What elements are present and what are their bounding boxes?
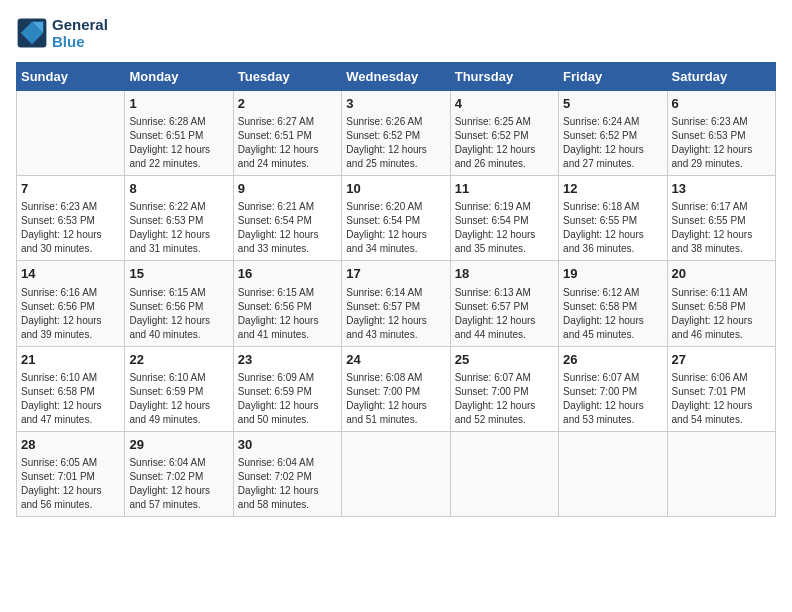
day-number: 1 [129,95,228,113]
calendar-cell: 2Sunrise: 6:27 AM Sunset: 6:51 PM Daylig… [233,91,341,176]
calendar-cell: 30Sunrise: 6:04 AM Sunset: 7:02 PM Dayli… [233,431,341,516]
header-sunday: Sunday [17,63,125,91]
header-saturday: Saturday [667,63,775,91]
calendar-cell [450,431,558,516]
day-info: Sunrise: 6:14 AM Sunset: 6:57 PM Dayligh… [346,286,445,342]
day-info: Sunrise: 6:08 AM Sunset: 7:00 PM Dayligh… [346,371,445,427]
calendar-cell: 15Sunrise: 6:15 AM Sunset: 6:56 PM Dayli… [125,261,233,346]
day-info: Sunrise: 6:23 AM Sunset: 6:53 PM Dayligh… [21,200,120,256]
week-row-5: 28Sunrise: 6:05 AM Sunset: 7:01 PM Dayli… [17,431,776,516]
logo-text: General Blue [52,16,108,50]
calendar-cell: 19Sunrise: 6:12 AM Sunset: 6:58 PM Dayli… [559,261,667,346]
day-info: Sunrise: 6:20 AM Sunset: 6:54 PM Dayligh… [346,200,445,256]
day-number: 19 [563,265,662,283]
day-number: 5 [563,95,662,113]
calendar-cell [667,431,775,516]
calendar-cell: 6Sunrise: 6:23 AM Sunset: 6:53 PM Daylig… [667,91,775,176]
header-monday: Monday [125,63,233,91]
week-row-4: 21Sunrise: 6:10 AM Sunset: 6:58 PM Dayli… [17,346,776,431]
calendar-cell: 8Sunrise: 6:22 AM Sunset: 6:53 PM Daylig… [125,176,233,261]
day-info: Sunrise: 6:17 AM Sunset: 6:55 PM Dayligh… [672,200,771,256]
calendar-cell: 16Sunrise: 6:15 AM Sunset: 6:56 PM Dayli… [233,261,341,346]
day-number: 20 [672,265,771,283]
calendar-cell [17,91,125,176]
calendar-cell: 18Sunrise: 6:13 AM Sunset: 6:57 PM Dayli… [450,261,558,346]
week-row-1: 1Sunrise: 6:28 AM Sunset: 6:51 PM Daylig… [17,91,776,176]
day-number: 28 [21,436,120,454]
day-number: 18 [455,265,554,283]
day-info: Sunrise: 6:10 AM Sunset: 6:58 PM Dayligh… [21,371,120,427]
logo-icon [16,17,48,49]
day-info: Sunrise: 6:04 AM Sunset: 7:02 PM Dayligh… [238,456,337,512]
calendar-cell: 23Sunrise: 6:09 AM Sunset: 6:59 PM Dayli… [233,346,341,431]
header-wednesday: Wednesday [342,63,450,91]
calendar-cell: 1Sunrise: 6:28 AM Sunset: 6:51 PM Daylig… [125,91,233,176]
calendar-cell: 26Sunrise: 6:07 AM Sunset: 7:00 PM Dayli… [559,346,667,431]
calendar-cell: 10Sunrise: 6:20 AM Sunset: 6:54 PM Dayli… [342,176,450,261]
day-number: 29 [129,436,228,454]
day-number: 4 [455,95,554,113]
calendar-cell: 27Sunrise: 6:06 AM Sunset: 7:01 PM Dayli… [667,346,775,431]
header-thursday: Thursday [450,63,558,91]
day-info: Sunrise: 6:26 AM Sunset: 6:52 PM Dayligh… [346,115,445,171]
calendar-cell: 5Sunrise: 6:24 AM Sunset: 6:52 PM Daylig… [559,91,667,176]
logo: General Blue [16,16,108,50]
calendar-cell: 24Sunrise: 6:08 AM Sunset: 7:00 PM Dayli… [342,346,450,431]
day-info: Sunrise: 6:15 AM Sunset: 6:56 PM Dayligh… [238,286,337,342]
day-info: Sunrise: 6:16 AM Sunset: 6:56 PM Dayligh… [21,286,120,342]
calendar-cell: 28Sunrise: 6:05 AM Sunset: 7:01 PM Dayli… [17,431,125,516]
day-info: Sunrise: 6:07 AM Sunset: 7:00 PM Dayligh… [563,371,662,427]
day-number: 8 [129,180,228,198]
day-info: Sunrise: 6:07 AM Sunset: 7:00 PM Dayligh… [455,371,554,427]
day-info: Sunrise: 6:18 AM Sunset: 6:55 PM Dayligh… [563,200,662,256]
calendar-table: SundayMondayTuesdayWednesdayThursdayFrid… [16,62,776,517]
day-info: Sunrise: 6:06 AM Sunset: 7:01 PM Dayligh… [672,371,771,427]
day-info: Sunrise: 6:13 AM Sunset: 6:57 PM Dayligh… [455,286,554,342]
day-number: 10 [346,180,445,198]
calendar-cell [342,431,450,516]
calendar-cell: 9Sunrise: 6:21 AM Sunset: 6:54 PM Daylig… [233,176,341,261]
calendar-cell: 25Sunrise: 6:07 AM Sunset: 7:00 PM Dayli… [450,346,558,431]
calendar-cell: 3Sunrise: 6:26 AM Sunset: 6:52 PM Daylig… [342,91,450,176]
day-number: 30 [238,436,337,454]
calendar-cell: 20Sunrise: 6:11 AM Sunset: 6:58 PM Dayli… [667,261,775,346]
day-info: Sunrise: 6:11 AM Sunset: 6:58 PM Dayligh… [672,286,771,342]
day-number: 2 [238,95,337,113]
calendar-cell: 12Sunrise: 6:18 AM Sunset: 6:55 PM Dayli… [559,176,667,261]
calendar-header-row: SundayMondayTuesdayWednesdayThursdayFrid… [17,63,776,91]
day-number: 9 [238,180,337,198]
day-number: 11 [455,180,554,198]
day-info: Sunrise: 6:05 AM Sunset: 7:01 PM Dayligh… [21,456,120,512]
calendar-cell [559,431,667,516]
calendar-cell: 17Sunrise: 6:14 AM Sunset: 6:57 PM Dayli… [342,261,450,346]
day-number: 6 [672,95,771,113]
day-info: Sunrise: 6:22 AM Sunset: 6:53 PM Dayligh… [129,200,228,256]
day-number: 13 [672,180,771,198]
calendar-cell: 14Sunrise: 6:16 AM Sunset: 6:56 PM Dayli… [17,261,125,346]
day-number: 14 [21,265,120,283]
header-friday: Friday [559,63,667,91]
day-info: Sunrise: 6:25 AM Sunset: 6:52 PM Dayligh… [455,115,554,171]
page-header: General Blue [16,16,776,50]
day-info: Sunrise: 6:12 AM Sunset: 6:58 PM Dayligh… [563,286,662,342]
day-number: 24 [346,351,445,369]
calendar-cell: 22Sunrise: 6:10 AM Sunset: 6:59 PM Dayli… [125,346,233,431]
header-tuesday: Tuesday [233,63,341,91]
week-row-3: 14Sunrise: 6:16 AM Sunset: 6:56 PM Dayli… [17,261,776,346]
day-number: 26 [563,351,662,369]
day-number: 15 [129,265,228,283]
day-number: 16 [238,265,337,283]
day-number: 22 [129,351,228,369]
day-number: 3 [346,95,445,113]
day-info: Sunrise: 6:23 AM Sunset: 6:53 PM Dayligh… [672,115,771,171]
day-info: Sunrise: 6:24 AM Sunset: 6:52 PM Dayligh… [563,115,662,171]
day-number: 23 [238,351,337,369]
calendar-cell: 11Sunrise: 6:19 AM Sunset: 6:54 PM Dayli… [450,176,558,261]
day-info: Sunrise: 6:15 AM Sunset: 6:56 PM Dayligh… [129,286,228,342]
day-number: 21 [21,351,120,369]
week-row-2: 7Sunrise: 6:23 AM Sunset: 6:53 PM Daylig… [17,176,776,261]
day-info: Sunrise: 6:21 AM Sunset: 6:54 PM Dayligh… [238,200,337,256]
day-info: Sunrise: 6:27 AM Sunset: 6:51 PM Dayligh… [238,115,337,171]
day-number: 12 [563,180,662,198]
calendar-cell: 4Sunrise: 6:25 AM Sunset: 6:52 PM Daylig… [450,91,558,176]
